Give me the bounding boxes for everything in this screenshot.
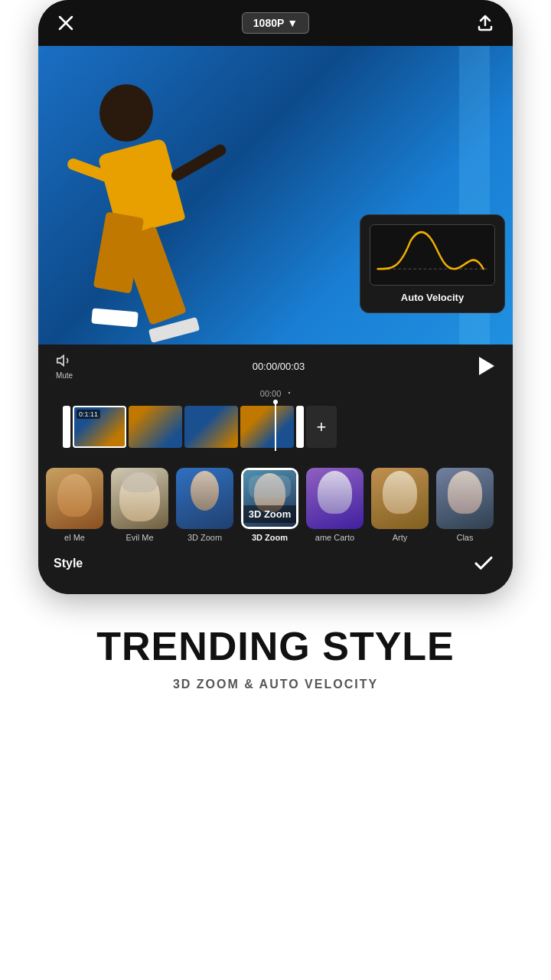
phone-container: 1080P ▼ [0, 0, 551, 714]
timeline-wrapper: 0:1:11 + [51, 403, 500, 451]
timeline-thumb[interactable]: 0:1:11 [73, 406, 126, 448]
top-bar: 1080P ▼ [38, 0, 513, 46]
style-item-anime-carto[interactable]: ame Carto [306, 468, 364, 542]
style-thumb-classic[interactable] [436, 468, 494, 529]
velocity-chart [370, 224, 495, 286]
time-marker: 00:00 [260, 389, 282, 398]
auto-velocity-popup: Auto Velocity [360, 214, 505, 313]
timeline-thumb[interactable] [129, 406, 182, 448]
playhead-line [275, 403, 276, 451]
trending-title: TRENDING STYLE [15, 625, 536, 668]
timeline-thumb[interactable] [184, 406, 238, 448]
svg-marker-3 [57, 356, 64, 366]
timeline-left-marker [63, 406, 70, 448]
play-button-container: 00:00/00:03 [87, 361, 470, 372]
style-label-evil-me: Evil Me [126, 533, 153, 542]
style-thumb-el-me[interactable] [46, 468, 103, 529]
resolution-label: 1080P [253, 17, 284, 29]
style-item-3d-zoom-selected[interactable]: 3D Zoom 3D Zoom [241, 468, 298, 542]
style-thumb-3d-zoom-selected[interactable]: 3D Zoom [241, 468, 298, 529]
dancer-head [99, 84, 153, 142]
thumb-time-label: 0:1:11 [77, 410, 100, 419]
mute-label: Mute [56, 371, 73, 380]
timeline-controls: Mute 00:00/00:03 00:00 · [38, 345, 513, 459]
style-thumb-anime-carto[interactable] [306, 468, 364, 529]
dancer-arm-right [169, 142, 228, 183]
mute-button[interactable]: Mute [51, 352, 78, 380]
style-item-evil-me[interactable]: Evil Me [111, 468, 168, 542]
add-icon: + [317, 417, 327, 437]
style-bottom-bar: Style [38, 542, 513, 582]
video-preview: Auto Velocity [38, 46, 513, 345]
style-label-3d-zoom-1: 3D Zoom [187, 533, 222, 542]
dancer-figure [61, 69, 230, 337]
velocity-label: Auto Velocity [370, 292, 495, 303]
selected-style-text: 3D Zoom [249, 508, 292, 520]
style-thumb-3d-zoom-1[interactable] [176, 468, 233, 529]
resolution-badge[interactable]: 1080P ▼ [242, 12, 309, 34]
play-button[interactable] [479, 357, 494, 375]
add-clip-button[interactable]: + [306, 406, 337, 448]
chevron-down-icon: ▼ [287, 17, 298, 29]
trending-subtitle: 3D ZOOM & AUTO VELOCITY [15, 678, 536, 691]
style-label-anime-carto: ame Carto [315, 533, 354, 542]
timeline-thumb[interactable] [240, 406, 294, 448]
style-label-classic: Clas [456, 533, 473, 542]
dancer-shoe-left [91, 308, 139, 327]
confirm-style-button[interactable] [470, 550, 497, 577]
style-item-el-me[interactable]: el Me [46, 468, 103, 542]
playhead-dot [273, 400, 278, 404]
style-thumb-arty[interactable] [371, 468, 429, 529]
selected-style-label-popup: 3D Zoom [243, 505, 296, 523]
style-label-selected: 3D Zoom [252, 533, 288, 542]
playback-row: Mute 00:00/00:03 [51, 352, 500, 380]
style-label-arty: Arty [393, 533, 408, 542]
close-button[interactable] [54, 11, 78, 35]
style-item-classic[interactable]: Clas [436, 468, 494, 542]
style-picker: el Me Evil Me [38, 459, 513, 594]
style-label-el-me: el Me [64, 533, 85, 542]
phone-screen: 1080P ▼ [38, 0, 513, 594]
style-scroll-container[interactable]: el Me Evil Me [38, 468, 513, 542]
bottom-text-section: TRENDING STYLE 3D ZOOM & AUTO VELOCITY [0, 594, 551, 714]
style-thumb-evil-me[interactable] [111, 468, 168, 529]
time-display: 00:00/00:03 [253, 361, 305, 372]
export-button[interactable] [473, 11, 497, 35]
style-item-arty[interactable]: Arty [371, 468, 429, 542]
style-item-3d-zoom-1[interactable]: 3D Zoom [176, 468, 233, 542]
style-section-title: Style [54, 557, 83, 570]
timeline-right-marker [296, 406, 304, 448]
